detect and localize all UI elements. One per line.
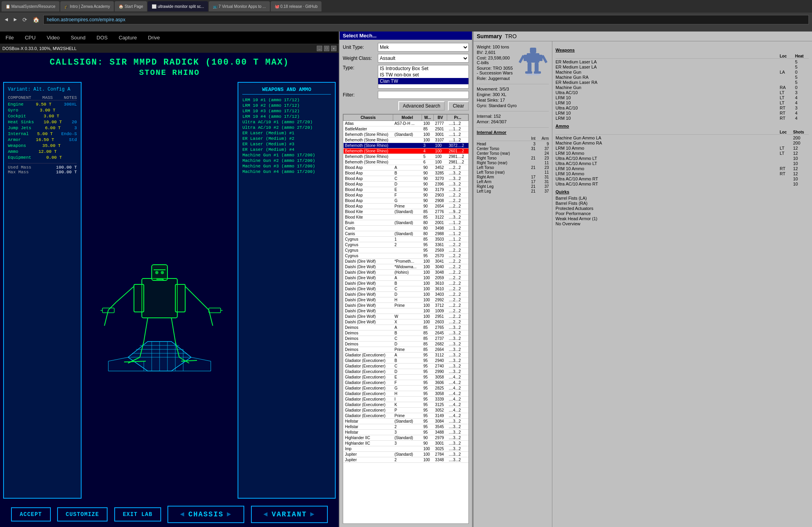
table-row[interactable]: Behemoth (Stone Rhino) 5 100 2981....2	[344, 154, 468, 160]
dos-sound-menu[interactable]: Sound	[68, 34, 88, 41]
table-row[interactable]: Gladiator (Executioner) G 95 2825 ....4.…	[344, 386, 468, 391]
table-row[interactable]: Daishi (Dire Wolf) B 100 3610 ....2...2	[344, 281, 468, 286]
table-row[interactable]: Gladiator (Executioner) C 95 2740 ....3.…	[344, 364, 468, 369]
table-row[interactable]: Daishi (Dire Wolf) A 100 2059 ....2...2	[344, 275, 468, 281]
dos-dos-menu[interactable]: DOS	[94, 34, 110, 41]
table-row[interactable]: Daishi (Dire Wolf) C 100 3610 ....2...2	[344, 286, 468, 292]
table-row[interactable]: Daishi (Dire Wolf) *Prometh... 100 3041 …	[344, 259, 468, 264]
clear-button[interactable]: Clear	[448, 101, 469, 111]
table-row[interactable]: Gladiator (Executioner) Prime 95 3149 ..…	[344, 413, 468, 419]
table-row[interactable]: Bruin (Standard) 80 2001 ....1...2	[344, 220, 468, 226]
table-row[interactable]: Daishi (Dire Wolf) H 100 2992 ....2...2	[344, 297, 468, 303]
table-row[interactable]: Deimos B 85 2645 ....3...2	[344, 330, 468, 336]
table-row[interactable]: Daishi (Dire Wolf) D 100 3403 ....2...2	[344, 292, 468, 297]
forward-btn[interactable]: ►	[12, 16, 18, 24]
dos-capture-menu[interactable]: Capture	[116, 34, 139, 41]
col-bv[interactable]: BV	[433, 115, 447, 121]
customize-button[interactable]: CUSTOMIZE	[57, 507, 108, 521]
table-row[interactable]: Deimos C 85 2737 ....3...2	[344, 336, 468, 341]
table-row[interactable]: Deimos A 85 2765 ....3...2	[344, 325, 468, 330]
table-row[interactable]: Blood Asp B 90 3285 ....3...2	[344, 171, 468, 176]
table-row[interactable]: Jupiter (Standard) 100 2784 ....3...2	[344, 452, 468, 457]
accept-button[interactable]: ACCEPT	[11, 507, 50, 521]
close-btn[interactable]: ✕	[331, 46, 336, 51]
table-row[interactable]: Blood Asp G 90 2908 ....2...2	[344, 198, 468, 204]
table-row[interactable]: Atlas AS7-D-H ... 100 2777 ....1...2	[344, 121, 468, 126]
table-row[interactable]: Blood Asp D 90 2396 ....3...2	[344, 182, 468, 187]
tab-3[interactable]: 🏠 Start Page	[115, 1, 147, 11]
col-pr[interactable]: Pr...	[447, 115, 468, 121]
table-row[interactable]: Gladiator (Executioner) F 95 3606 ....4.…	[344, 380, 468, 386]
exit-lab-button[interactable]: EXIT LAB	[114, 507, 161, 521]
table-row[interactable]: Gladiator (Executioner) B 95 2940 ....3.…	[344, 358, 468, 364]
filter-input[interactable]	[378, 91, 469, 99]
reload-btn[interactable]: ⟳	[21, 16, 29, 24]
table-row[interactable]: Blood Asp F 90 2903 ....2...2	[344, 193, 468, 198]
maximize-btn[interactable]: □	[324, 46, 329, 51]
table-row[interactable]: Gladiator (Executioner) K 95 3125 ....4.…	[344, 402, 468, 408]
table-row[interactable]: Gladiator (Executioner) E 95 3058 ....4.…	[344, 375, 468, 380]
table-row[interactable]: Hellstar 2 95 3545 ....3...2	[344, 424, 468, 430]
table-row[interactable]: Jupiter 2 100 3348 ....3...2	[344, 457, 468, 463]
table-row[interactable]: Gladiator (Executioner) I 95 3339 ....4.…	[344, 397, 468, 402]
table-row[interactable]: Gladiator (Executioner) P 95 3052 ....4.…	[344, 408, 468, 413]
table-row[interactable]: Daishi (Dire Wolf) (Hohiro) 100 3048 ...…	[344, 270, 468, 275]
table-row[interactable]: Gladiator (Executioner) H 95 3058 ....4.…	[344, 391, 468, 397]
table-row[interactable]: Cygnus 95 2569 ....2...2	[344, 248, 468, 253]
table-row[interactable]: Cygnus 95 2570 ....2...2	[344, 253, 468, 259]
back-btn[interactable]: ◄	[3, 16, 9, 24]
minimize-btn[interactable]: _	[317, 46, 322, 51]
advanced-search-button[interactable]: Advanced Search	[398, 101, 445, 111]
table-row[interactable]: Deimos Prime 85 2664 ....3...2	[344, 347, 468, 353]
table-row[interactable]: BattleMaster 85 2501 ....1...2	[344, 126, 468, 132]
table-row[interactable]: Gladiator (Executioner) A 95 3112 ....3.…	[344, 353, 468, 358]
table-row[interactable]: Blood Kite 85 3122 ....3...2	[344, 215, 468, 220]
dos-video-menu[interactable]: Video	[44, 34, 62, 41]
chassis-button[interactable]: CHASSIS	[167, 506, 244, 523]
table-row[interactable]: Canis (Standard) 80 2988 ....1...2	[344, 231, 468, 237]
type-item-1[interactable]: IS Introductory Box Set	[378, 65, 468, 72]
col-chassis[interactable]: Chassis	[344, 115, 393, 121]
table-row[interactable]: Daishi (Dire Wolf) Prime 100 3712 ....2.…	[344, 303, 468, 308]
table-row[interactable]: Blood Kite (Standard) 85 2776 ....9...2	[344, 209, 468, 215]
table-row[interactable]: Imp 100 3025 ....3...2	[344, 446, 468, 452]
table-row[interactable]: Highlander IIC (Standard) 90 2979 ....3.…	[344, 435, 468, 441]
table-row[interactable]: Cygnus 2 95 3361 ....2...2	[344, 242, 468, 248]
table-row[interactable]: Daishi (Dire Wolf) 100 1009 ....2...2	[344, 308, 468, 314]
tab-4[interactable]: ⬜ ultrawide monitor split sc...	[148, 1, 208, 11]
table-row[interactable]: Gladiator (Executioner) D 95 2990 ....3.…	[344, 369, 468, 375]
table-row[interactable]: Hellstar 3 95 3488 ....3...2	[344, 430, 468, 435]
dos-file-menu[interactable]: File	[3, 34, 16, 41]
table-row[interactable]: Deimos D 85 2682 ....3...2	[344, 341, 468, 347]
type-listbox[interactable]: IS Introductory Box Set IS TW non-box se…	[378, 65, 469, 89]
tab-1[interactable]: 📋 ManualSystem/Resource	[2, 1, 59, 11]
unit-type-select[interactable]: Mek	[378, 43, 469, 52]
table-row[interactable]: Blood Asp A 90 3452 ....2...2	[344, 165, 468, 171]
dos-drive-menu[interactable]: Drive	[145, 34, 162, 41]
variant-button[interactable]: VARIANT	[251, 506, 328, 523]
col-model[interactable]: Model	[393, 115, 422, 121]
table-row[interactable]: Blood Asp C 90 3270 ....3...2	[344, 176, 468, 182]
mech-table[interactable]: Chassis Model W... BV Pr... Atlas AS7-D-…	[343, 114, 469, 524]
table-row[interactable]: Daishi (Dire Wolf) *Widowma... 100 3040 …	[344, 264, 468, 270]
table-row[interactable]: Daishi (Dire Wolf) X 100 2603 ....2...2	[344, 319, 468, 325]
table-row[interactable]: Blood Asp Prime 90 2654 ....2...2	[344, 204, 468, 209]
table-row[interactable]: Hellstar (Standard) 95 3084 ....3...2	[344, 419, 468, 424]
table-row[interactable]: Behemoth (Stone Rhino) 100 3107 ....1...…	[344, 137, 468, 143]
type-item-2[interactable]: IS TW non-box set	[378, 72, 468, 78]
tab-2[interactable]: 🎓 Intro | Zenwa Academy	[60, 1, 114, 11]
col-weight[interactable]: W...	[422, 115, 433, 121]
table-row[interactable]: Daishi (Dire Wolf) W 100 2951 ....2...2	[344, 314, 468, 319]
table-row[interactable]: Cygnus 1 85 3503 ....1...2	[344, 237, 468, 242]
table-row[interactable]: Behemoth (Stone Rhino) 6 100 2981....2	[344, 160, 468, 165]
table-row[interactable]: Behemoth (Stone Rhino) 4 100 2601....2	[344, 148, 468, 154]
table-row[interactable]: Behemoth (Stone Rhino) (Standard) 100 30…	[344, 132, 468, 137]
tab-5[interactable]: 📺 7 Virtual Monitor Apps to ...	[209, 1, 270, 11]
tab-6[interactable]: 🐙 0.18 release · GitHub	[271, 1, 321, 11]
address-bar[interactable]	[43, 15, 809, 24]
weight-class-select[interactable]: Assault	[378, 54, 469, 63]
table-row[interactable]: Highlander IIC 3 90 3001 ....3...2	[344, 441, 468, 446]
type-item-3[interactable]: Clan TW	[378, 78, 468, 84]
table-row[interactable]: Canis 80 3498 ....1...2	[344, 226, 468, 231]
table-row[interactable]: Blood Asp E 90 3179 ....3...2	[344, 187, 468, 193]
